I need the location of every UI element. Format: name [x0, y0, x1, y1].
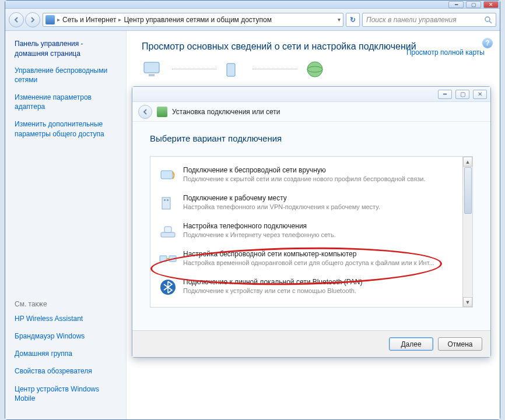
svg-rect-2	[144, 62, 159, 73]
nav-arrows	[9, 12, 40, 27]
option-desc: Настройка телефонного или VPN-подключени…	[183, 203, 457, 210]
cancel-button[interactable]: Отмена	[438, 337, 482, 351]
breadcrumb-icon	[45, 15, 55, 24]
sidebar-home[interactable]: Панель управления - домашняя страница	[15, 39, 119, 59]
dialog-header: Установка подключения или сети	[132, 102, 490, 122]
option-desc: Настройка временной одноранговой сети дл…	[183, 259, 457, 266]
nav-forward-button[interactable]	[25, 12, 40, 27]
sidebar-link-sharing[interactable]: Изменить дополнительные параметры общего…	[15, 119, 119, 138]
chevron-right-icon: ▸	[118, 16, 121, 23]
wizard-icon	[157, 107, 167, 117]
internet-icon	[303, 60, 327, 79]
see-also-wmdc[interactable]: Центр устройств Windows Mobile	[15, 384, 119, 403]
option-title: Настройка беспроводной сети компьютер-ко…	[183, 250, 457, 258]
dialog-heading: Выберите вариант подключения	[150, 133, 473, 143]
svg-rect-4	[227, 63, 235, 76]
address-bar-row: ▸ Сеть и Интернет ▸ Центр управления сет…	[5, 9, 500, 31]
search-input[interactable]: Поиск в панели управления	[362, 13, 496, 27]
svg-rect-14	[169, 256, 176, 262]
building-icon	[159, 194, 177, 213]
see-also-homegroup[interactable]: Домашняя группа	[15, 349, 119, 358]
nav-back-button[interactable]	[9, 12, 24, 27]
option-adhoc[interactable]: Настройка беспроводной сети компьютер-ко…	[156, 245, 460, 273]
dialog-back-button[interactable]	[138, 105, 152, 119]
option-workplace[interactable]: Подключение к рабочему местуНастройка те…	[156, 189, 460, 217]
option-title: Подключение к личной локальной сети Blue…	[183, 278, 457, 286]
svg-rect-8	[162, 197, 170, 209]
see-also-hp[interactable]: HP Wireless Assistant	[15, 314, 119, 323]
svg-rect-12	[164, 227, 171, 232]
scroll-up-button[interactable]: ▲	[463, 157, 472, 167]
svg-rect-10	[167, 199, 169, 201]
search-placeholder: Поиск в панели управления	[366, 16, 457, 24]
option-dialup[interactable]: Настройка телефонного подключенияПодключ…	[156, 217, 460, 245]
see-also-internet-options[interactable]: Свойства обозревателя	[15, 366, 119, 376]
close-button[interactable]: ✕	[483, 1, 499, 8]
adhoc-icon	[159, 250, 177, 269]
option-title: Подключение к рабочему месту	[183, 194, 457, 202]
bluetooth-icon	[159, 278, 177, 297]
see-also-label: См. также	[15, 300, 119, 308]
see-also-firewall[interactable]: Брандмауэр Windows	[15, 331, 119, 341]
dialog-body: Выберите вариант подключения Подключение…	[132, 122, 490, 316]
window-titlebar: ━ ▢ ✕	[5, 1, 500, 9]
computer-icon	[142, 60, 166, 79]
option-manual-wireless[interactable]: Подключение к беспроводной сети вручнуюП…	[156, 161, 460, 189]
svg-rect-9	[164, 199, 166, 201]
router-icon	[222, 60, 247, 79]
svg-rect-11	[161, 232, 175, 237]
option-bluetooth[interactable]: Подключение к личной локальной сети Blue…	[156, 273, 460, 301]
scrollbar[interactable]: ▲ ▼	[462, 157, 472, 307]
svg-point-0	[485, 17, 490, 22]
breadcrumb-seg[interactable]: Центр управления сетями и общим доступом	[124, 16, 272, 24]
svg-rect-3	[149, 74, 155, 76]
help-icon[interactable]: ?	[482, 38, 493, 48]
option-desc: Подключение к устройству или сети с помо…	[183, 287, 457, 294]
dialog-footer: Далее Отмена	[132, 330, 490, 357]
breadcrumb-seg[interactable]: Сеть и Интернет	[62, 16, 116, 24]
option-title: Настройка телефонного подключения	[183, 222, 457, 230]
scroll-down-button[interactable]: ▼	[463, 297, 472, 307]
view-full-map-link[interactable]: Просмотр полной карты	[406, 48, 485, 57]
setup-connection-dialog: ━ ▢ ✕ Установка подключения или сети Выб…	[132, 86, 491, 358]
sidebar: Панель управления - домашняя страница Уп…	[5, 31, 127, 419]
wireless-icon	[159, 166, 177, 185]
scroll-thumb[interactable]	[464, 167, 472, 214]
minimize-button[interactable]: ━	[448, 1, 464, 8]
option-title: Подключение к беспроводной сети вручную	[183, 166, 457, 174]
phone-icon	[159, 222, 177, 241]
dialog-maximize-button[interactable]: ▢	[455, 90, 469, 99]
svg-point-5	[307, 62, 322, 77]
next-button[interactable]: Далее	[389, 337, 433, 351]
connection-options-list: Подключение к беспроводной сети вручнуюП…	[150, 156, 473, 308]
dialog-header-text: Установка подключения или сети	[172, 108, 280, 116]
svg-line-1	[489, 21, 492, 23]
sidebar-link-adapter[interactable]: Изменение параметров адаптера	[15, 93, 119, 111]
option-desc: Подключение к Интернету через телефонную…	[183, 231, 457, 238]
chevron-right-icon: ▸	[57, 16, 60, 23]
chevron-down-icon[interactable]: ▾	[338, 16, 341, 23]
svg-rect-13	[160, 256, 167, 262]
svg-rect-7	[161, 171, 173, 179]
sidebar-link-wireless[interactable]: Управление беспроводными сетями	[15, 66, 119, 84]
dialog-minimize-button[interactable]: ━	[438, 90, 452, 99]
network-map	[142, 60, 327, 79]
refresh-button[interactable]: ↻	[346, 13, 360, 27]
dialog-close-button[interactable]: ✕	[473, 90, 487, 99]
maximize-button[interactable]: ▢	[466, 1, 481, 8]
breadcrumb[interactable]: ▸ Сеть и Интернет ▸ Центр управления сет…	[43, 13, 343, 27]
option-desc: Подключение к скрытой сети или создание …	[183, 175, 457, 182]
search-icon	[484, 16, 492, 24]
dialog-titlebar: ━ ▢ ✕	[132, 87, 490, 102]
